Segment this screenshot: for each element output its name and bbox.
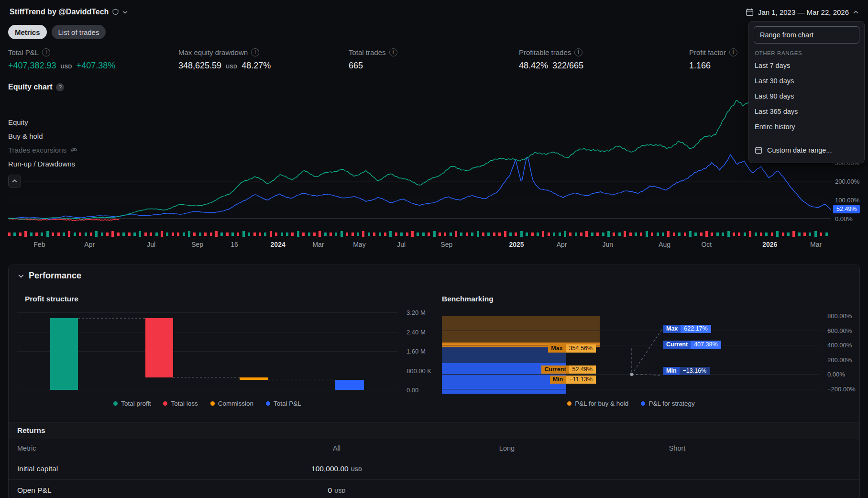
x-axis-label[interactable]: Mar [312,241,324,248]
menu-section-label: OTHER RANGES [755,50,858,56]
info-icon[interactable]: i [251,48,259,56]
runup-bar [596,232,599,236]
runup-bar [607,231,610,237]
runup-bar [161,231,163,237]
metric-value: 1.166 [689,61,711,71]
x-axis-label[interactable]: Sep [191,241,203,248]
menu-item-last-7-days[interactable]: Last 7 days [749,58,864,73]
legend-toggle-runup-drawdowns[interactable]: Run-up / Drawdowns [8,159,77,168]
menu-item-custom-date-range[interactable]: Custom date range... [749,142,864,159]
runup-bar [569,232,571,236]
menu-item-last-30-days[interactable]: Last 30 days [749,73,864,89]
runup-bar [395,232,397,236]
x-axis-label[interactable]: May [353,241,365,248]
runup-bar [662,232,664,236]
x-axis-label[interactable]: Jul [397,241,406,248]
menu-item-range-from-chart[interactable]: Range from chart [754,26,859,44]
x-axis-label[interactable]: Apr [557,241,567,248]
metric-max-drawdown: Max equity drawdowni 348,625.59USD48.27% [178,48,349,71]
legend-dot [641,401,645,406]
metric-value: +407,382.93 [8,61,56,71]
runup-bar [95,231,98,237]
x-axis-label[interactable]: Mar [810,241,822,248]
runup-bar [705,231,708,237]
runup-bar [792,231,795,237]
metric-extra: 322/665 [552,61,583,71]
legend-item[interactable]: Total profit [113,400,151,407]
x-axis-label[interactable]: 2025 [509,241,524,248]
runup-bar [613,232,615,236]
x-axis-label[interactable]: Feb [33,241,45,248]
equity-x-axis: FebAprJulSep162024MarMayJulSep2025AprJun… [8,241,831,249]
tab-metrics[interactable]: Metrics [8,25,47,39]
runup-bar [79,232,81,236]
x-axis-label[interactable]: Apr [84,241,95,248]
legend-item[interactable]: Commission [210,400,253,407]
info-icon[interactable]: i [729,48,737,56]
runup-bar [433,231,436,237]
runup-bar [362,231,364,237]
x-axis-label[interactable]: Sep [440,241,452,248]
y-axis-label: −200.00% [827,386,856,393]
x-axis-label[interactable]: 2024 [271,241,286,248]
legend-item[interactable]: P&L for strategy [641,400,694,407]
runup-bar [52,232,54,236]
legend-toggle-trades-excursions[interactable]: Trades excursions [8,145,77,155]
runup-bar [749,231,751,237]
help-icon[interactable]: ? [56,83,64,91]
x-axis-label[interactable]: Jun [603,241,614,248]
info-icon[interactable]: i [42,48,50,56]
y-axis-label: 0.00% [827,371,845,378]
runup-bar [809,232,811,236]
x-axis-label[interactable]: Jul [147,241,155,248]
tab-list-of-trades[interactable]: List of trades [52,25,106,39]
date-range-button[interactable]: Jan 1, 2023 — Mar 22, 2026 [746,8,858,16]
runup-bar [575,232,577,236]
date-range-menu: Range from chart OTHER RANGES Last 7 day… [748,21,865,163]
strategy-current-tag: Current407.38% [663,341,721,349]
metric-label: Total trades [349,48,386,56]
info-icon[interactable]: i [389,48,397,56]
runup-bar [733,232,735,236]
strategy-max-tag: Max622.17% [663,325,711,333]
info-icon[interactable]: i [574,48,582,56]
runup-bar [286,232,288,236]
equity-chart-canvas[interactable] [8,92,831,236]
legend-item[interactable]: Total P&L [266,400,301,407]
menu-item-entire-history[interactable]: Entire history [749,119,864,134]
menu-item-last-365-days[interactable]: Last 365 days [749,104,864,119]
legend-item[interactable]: P&L for buy & hold [567,400,628,407]
runup-bar [373,232,375,236]
runup-bar [678,232,681,236]
runup-bar [738,232,740,236]
runup-bar [128,232,131,236]
legend-toggle-equity[interactable]: Equity [8,117,77,127]
performance-section-header[interactable]: Performance [18,271,81,281]
x-axis-label[interactable]: 2026 [762,241,777,248]
cell-unit: USD [334,488,345,494]
strategy-title: StiffTrend by @DaviddTech [10,8,109,16]
runup-bar [444,232,446,236]
profit-structure-chart[interactable]: 3.20 M2.40 M1.60 M800.00 K0.00 [17,312,397,390]
x-axis-label[interactable]: 16 [231,241,238,248]
metric-total-trades: Total tradesi 665 [349,48,519,71]
runup-bar [825,232,828,236]
x-axis-label[interactable]: Aug [659,241,670,248]
shield-icon [112,9,119,15]
runup-bar [640,232,642,236]
legend-item[interactable]: Total loss [163,400,198,407]
menu-item-last-90-days[interactable]: Last 90 days [749,89,864,104]
chevron-down-icon[interactable] [122,11,128,14]
benchmarking-chart[interactable]: 800.00%600.00%400.00%200.00%0.00%−200.00… [442,316,820,389]
runup-bar [509,232,512,236]
x-axis-label[interactable]: Oct [701,241,712,248]
metric-label: Profitable trades [519,48,571,56]
chevron-down-icon [18,274,24,278]
collapse-legend-button[interactable] [8,175,21,188]
runup-bar [504,231,506,237]
runup-bar [635,232,637,236]
runup-bar [308,232,310,236]
runup-bar [117,232,120,236]
runup-bar [46,231,49,237]
legend-toggle-buy-hold[interactable]: Buy & hold [8,131,77,141]
